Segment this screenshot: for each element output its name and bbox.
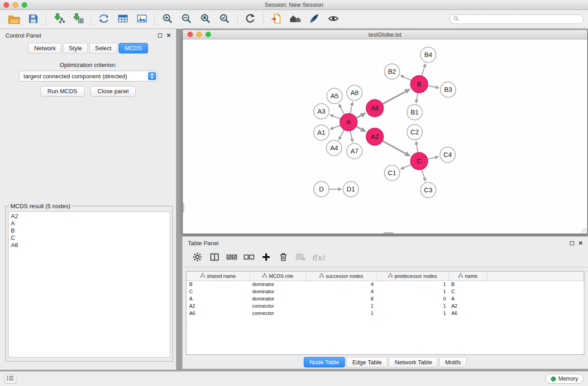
- graph-edge-A-A1[interactable]: [333, 125, 340, 128]
- graph-node-A8[interactable]: A8: [347, 85, 362, 100]
- result-item[interactable]: A: [11, 220, 167, 227]
- open-session-button[interactable]: [5, 11, 24, 28]
- table-cell[interactable]: A6: [186, 310, 249, 317]
- table-cell[interactable]: 1: [376, 281, 449, 288]
- graph-edge-A-A8[interactable]: [350, 105, 352, 114]
- refresh-button[interactable]: [241, 11, 260, 28]
- graph-node-A5[interactable]: A5: [327, 88, 342, 104]
- column-header-successor-nodes[interactable]: successor nodes: [306, 272, 376, 281]
- close-panel-button[interactable]: Close panel: [91, 86, 136, 96]
- annotation-button[interactable]: [305, 11, 324, 28]
- graph-node-B1[interactable]: B1: [407, 105, 422, 120]
- table-cell[interactable]: 8: [306, 295, 376, 302]
- delete-table-button[interactable]: [292, 250, 309, 266]
- tab-style[interactable]: Style: [63, 43, 88, 53]
- column-header-shared-name[interactable]: shared name: [186, 272, 249, 281]
- export-image-button[interactable]: [132, 11, 151, 28]
- table-cell[interactable]: A6: [449, 310, 487, 317]
- graph-edge-A-A7[interactable]: [350, 131, 352, 139]
- graph-node-C3[interactable]: C3: [421, 182, 436, 198]
- table-cell[interactable]: 1: [376, 288, 449, 295]
- node-table-container[interactable]: shared name MCDS role successor nodes pr…: [186, 271, 584, 355]
- run-mcds-button[interactable]: Run MCDS: [40, 86, 85, 96]
- new-table-button[interactable]: [113, 11, 132, 28]
- column-view-button[interactable]: [206, 250, 223, 266]
- graph-node-C[interactable]: C: [411, 152, 428, 170]
- table-cell[interactable]: 1: [306, 302, 376, 310]
- network-window-titlebar[interactable]: testGlobe.txt: [183, 30, 587, 39]
- table-cell[interactable]: C: [449, 288, 487, 295]
- graph-node-A[interactable]: A: [340, 114, 357, 131]
- table-row[interactable]: A6connector11A6: [186, 310, 584, 317]
- table-cell[interactable]: 0: [376, 295, 449, 302]
- graph-edge-A-A4[interactable]: [340, 130, 344, 137]
- table-cell[interactable]: 1: [306, 310, 376, 317]
- search-input[interactable]: [461, 16, 579, 23]
- graph-node-D1[interactable]: D1: [343, 181, 359, 197]
- table-cell[interactable]: connector: [249, 310, 306, 317]
- add-column-button[interactable]: [258, 250, 275, 266]
- table-row[interactable]: A2connector11A2: [186, 302, 584, 310]
- vertical-scrollbar-thumb[interactable]: [183, 203, 184, 213]
- graph-node-A7[interactable]: A7: [347, 143, 362, 159]
- deselect-all-button[interactable]: [240, 250, 258, 266]
- graph-edge-B-B4[interactable]: [422, 67, 425, 76]
- result-item[interactable]: C: [11, 234, 167, 242]
- table-tab-motifs[interactable]: Motifs: [439, 357, 467, 367]
- resize-grip[interactable]: [582, 228, 587, 234]
- table-cell[interactable]: 4: [306, 288, 376, 295]
- zoom-selected-button[interactable]: [215, 11, 234, 28]
- graph-edge-C-C3[interactable]: [422, 169, 425, 178]
- import-network-button[interactable]: [49, 11, 68, 28]
- close-panel-icon[interactable]: ×: [167, 33, 171, 38]
- zoom-fit-button[interactable]: [196, 11, 215, 28]
- mcds-result-list[interactable]: A2ABCA6: [8, 211, 170, 357]
- criterion-select[interactable]: largest connected component (directed): [19, 71, 158, 81]
- table-tab-node-table[interactable]: Node Table: [304, 357, 345, 367]
- graph-edge-A-A5[interactable]: [340, 107, 344, 115]
- graph-node-A1[interactable]: A1: [314, 125, 329, 140]
- table-cell[interactable]: A: [186, 295, 249, 302]
- tab-mcds[interactable]: MCDS: [119, 43, 148, 53]
- column-header-mcds-role[interactable]: MCDS role: [249, 272, 306, 281]
- graph-node-B4[interactable]: B4: [421, 47, 436, 62]
- memory-button[interactable]: Memory: [545, 374, 583, 384]
- table-cell[interactable]: dominator: [249, 288, 306, 295]
- tab-network[interactable]: Network: [28, 43, 62, 53]
- table-cell[interactable]: 1: [376, 302, 449, 310]
- graph-node-A3[interactable]: A3: [314, 104, 329, 119]
- column-header-predecessor-nodes[interactable]: predecessor nodes: [376, 272, 449, 281]
- table-cell[interactable]: 4: [306, 281, 376, 288]
- graph-node-B[interactable]: B: [411, 76, 428, 93]
- close-table-panel-icon[interactable]: ×: [578, 241, 583, 245]
- zoom-out-button[interactable]: [177, 11, 196, 28]
- table-cell[interactable]: B: [449, 281, 487, 288]
- zoom-in-button[interactable]: [158, 11, 177, 28]
- result-item[interactable]: B: [11, 227, 167, 234]
- table-tab-edge-table[interactable]: Edge Table: [346, 357, 387, 367]
- graph-node-A6[interactable]: A6: [366, 100, 383, 117]
- table-cell[interactable]: A: [449, 295, 487, 302]
- float-panel-icon[interactable]: [158, 32, 162, 39]
- new-network-button[interactable]: [94, 11, 113, 28]
- table-cell[interactable]: dominator: [249, 281, 306, 288]
- graph-node-B2[interactable]: B2: [384, 64, 400, 79]
- table-cell[interactable]: 1: [376, 310, 449, 317]
- graph-edge-C-C1[interactable]: [404, 165, 411, 168]
- graph-edge-A-A6[interactable]: [356, 115, 361, 118]
- graph-edge-A-A3[interactable]: [333, 116, 340, 119]
- graph-edge-A6-B[interactable]: [382, 91, 406, 104]
- select-all-button[interactable]: [223, 250, 240, 266]
- graph-edge-C-C4[interactable]: [428, 157, 435, 159]
- graph-node-C2[interactable]: C2: [407, 124, 422, 140]
- graph-edge-B-B1[interactable]: [416, 93, 418, 100]
- search-box[interactable]: [449, 14, 583, 24]
- network-canvas[interactable]: B4B2BB3A5A8A6B1A3AC2A1A2A4A7C4CC1C3DD1: [183, 40, 587, 234]
- column-header-name[interactable]: name: [449, 272, 487, 281]
- table-cell[interactable]: connector: [249, 302, 306, 310]
- result-item[interactable]: A2: [11, 213, 167, 220]
- graph-node-D[interactable]: D: [314, 181, 329, 197]
- table-tab-network-table[interactable]: Network Table: [389, 357, 438, 367]
- graph-edge-C-C2[interactable]: [416, 145, 418, 153]
- table-row[interactable]: Cdominator41C: [186, 288, 584, 295]
